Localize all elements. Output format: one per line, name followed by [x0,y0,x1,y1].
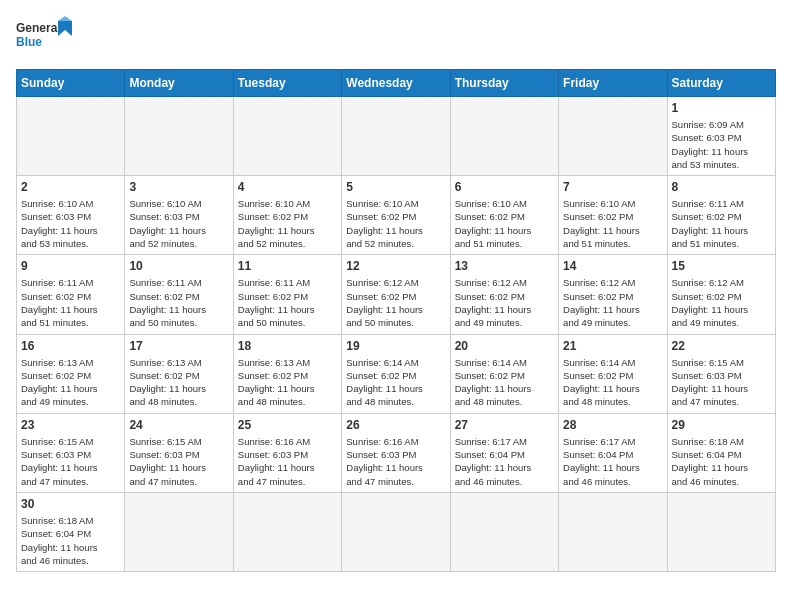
calendar-row: 23Sunrise: 6:15 AM Sunset: 6:03 PM Dayli… [17,413,776,492]
day-number: 28 [563,418,662,432]
day-number: 9 [21,259,120,273]
weekday-header-thursday: Thursday [450,70,558,97]
day-number: 11 [238,259,337,273]
logo-area: GeneralBlue [16,16,76,61]
day-info: Sunrise: 6:17 AM Sunset: 6:04 PM Dayligh… [455,435,554,488]
day-info: Sunrise: 6:17 AM Sunset: 6:04 PM Dayligh… [563,435,662,488]
day-number: 14 [563,259,662,273]
calendar-cell [559,97,667,176]
weekday-header-sunday: Sunday [17,70,125,97]
day-number: 26 [346,418,445,432]
calendar-cell [450,492,558,571]
day-info: Sunrise: 6:13 AM Sunset: 6:02 PM Dayligh… [21,356,120,409]
calendar-cell [233,492,341,571]
day-number: 19 [346,339,445,353]
calendar-cell: 29Sunrise: 6:18 AM Sunset: 6:04 PM Dayli… [667,413,775,492]
day-number: 27 [455,418,554,432]
weekday-header-row: SundayMondayTuesdayWednesdayThursdayFrid… [17,70,776,97]
svg-marker-2 [58,21,72,36]
calendar-cell: 7Sunrise: 6:10 AM Sunset: 6:02 PM Daylig… [559,176,667,255]
calendar-cell: 22Sunrise: 6:15 AM Sunset: 6:03 PM Dayli… [667,334,775,413]
calendar-cell: 25Sunrise: 6:16 AM Sunset: 6:03 PM Dayli… [233,413,341,492]
day-info: Sunrise: 6:10 AM Sunset: 6:02 PM Dayligh… [346,197,445,250]
weekday-header-wednesday: Wednesday [342,70,450,97]
calendar-cell: 8Sunrise: 6:11 AM Sunset: 6:02 PM Daylig… [667,176,775,255]
calendar-cell: 3Sunrise: 6:10 AM Sunset: 6:03 PM Daylig… [125,176,233,255]
day-number: 13 [455,259,554,273]
day-info: Sunrise: 6:15 AM Sunset: 6:03 PM Dayligh… [672,356,771,409]
svg-marker-3 [58,16,72,21]
day-info: Sunrise: 6:10 AM Sunset: 6:03 PM Dayligh… [129,197,228,250]
calendar-cell: 26Sunrise: 6:16 AM Sunset: 6:03 PM Dayli… [342,413,450,492]
calendar-cell: 4Sunrise: 6:10 AM Sunset: 6:02 PM Daylig… [233,176,341,255]
day-info: Sunrise: 6:14 AM Sunset: 6:02 PM Dayligh… [455,356,554,409]
calendar-cell [559,492,667,571]
calendar-cell: 18Sunrise: 6:13 AM Sunset: 6:02 PM Dayli… [233,334,341,413]
day-info: Sunrise: 6:18 AM Sunset: 6:04 PM Dayligh… [21,514,120,567]
svg-text:Blue: Blue [16,35,42,49]
day-number: 6 [455,180,554,194]
day-info: Sunrise: 6:14 AM Sunset: 6:02 PM Dayligh… [563,356,662,409]
day-info: Sunrise: 6:11 AM Sunset: 6:02 PM Dayligh… [672,197,771,250]
day-number: 15 [672,259,771,273]
calendar-cell: 9Sunrise: 6:11 AM Sunset: 6:02 PM Daylig… [17,255,125,334]
calendar-cell [125,97,233,176]
calendar-cell: 16Sunrise: 6:13 AM Sunset: 6:02 PM Dayli… [17,334,125,413]
calendar-cell: 30Sunrise: 6:18 AM Sunset: 6:04 PM Dayli… [17,492,125,571]
day-info: Sunrise: 6:15 AM Sunset: 6:03 PM Dayligh… [21,435,120,488]
weekday-header-friday: Friday [559,70,667,97]
day-number: 18 [238,339,337,353]
day-number: 17 [129,339,228,353]
day-info: Sunrise: 6:10 AM Sunset: 6:03 PM Dayligh… [21,197,120,250]
day-info: Sunrise: 6:11 AM Sunset: 6:02 PM Dayligh… [238,276,337,329]
day-number: 7 [563,180,662,194]
calendar-cell: 24Sunrise: 6:15 AM Sunset: 6:03 PM Dayli… [125,413,233,492]
calendar-cell [342,492,450,571]
day-info: Sunrise: 6:12 AM Sunset: 6:02 PM Dayligh… [563,276,662,329]
day-number: 29 [672,418,771,432]
day-info: Sunrise: 6:11 AM Sunset: 6:02 PM Dayligh… [129,276,228,329]
day-info: Sunrise: 6:12 AM Sunset: 6:02 PM Dayligh… [346,276,445,329]
day-number: 22 [672,339,771,353]
calendar-cell: 14Sunrise: 6:12 AM Sunset: 6:02 PM Dayli… [559,255,667,334]
day-info: Sunrise: 6:15 AM Sunset: 6:03 PM Dayligh… [129,435,228,488]
day-number: 24 [129,418,228,432]
day-info: Sunrise: 6:12 AM Sunset: 6:02 PM Dayligh… [672,276,771,329]
day-number: 4 [238,180,337,194]
calendar-cell: 27Sunrise: 6:17 AM Sunset: 6:04 PM Dayli… [450,413,558,492]
day-number: 21 [563,339,662,353]
day-number: 25 [238,418,337,432]
calendar-cell: 20Sunrise: 6:14 AM Sunset: 6:02 PM Dayli… [450,334,558,413]
calendar-cell [342,97,450,176]
day-info: Sunrise: 6:13 AM Sunset: 6:02 PM Dayligh… [129,356,228,409]
day-info: Sunrise: 6:14 AM Sunset: 6:02 PM Dayligh… [346,356,445,409]
weekday-header-monday: Monday [125,70,233,97]
calendar-row: 9Sunrise: 6:11 AM Sunset: 6:02 PM Daylig… [17,255,776,334]
calendar-cell [125,492,233,571]
calendar-cell: 17Sunrise: 6:13 AM Sunset: 6:02 PM Dayli… [125,334,233,413]
calendar-row: 1Sunrise: 6:09 AM Sunset: 6:03 PM Daylig… [17,97,776,176]
general-blue-logo: GeneralBlue [16,16,76,61]
calendar-row: 2Sunrise: 6:10 AM Sunset: 6:03 PM Daylig… [17,176,776,255]
day-number: 3 [129,180,228,194]
day-number: 5 [346,180,445,194]
page-header: GeneralBlue [16,16,776,61]
calendar-cell: 19Sunrise: 6:14 AM Sunset: 6:02 PM Dayli… [342,334,450,413]
svg-text:General: General [16,21,61,35]
calendar-cell [450,97,558,176]
calendar-cell: 10Sunrise: 6:11 AM Sunset: 6:02 PM Dayli… [125,255,233,334]
calendar-cell [233,97,341,176]
day-number: 12 [346,259,445,273]
day-info: Sunrise: 6:09 AM Sunset: 6:03 PM Dayligh… [672,118,771,171]
day-info: Sunrise: 6:10 AM Sunset: 6:02 PM Dayligh… [238,197,337,250]
day-number: 30 [21,497,120,511]
day-number: 2 [21,180,120,194]
day-info: Sunrise: 6:10 AM Sunset: 6:02 PM Dayligh… [563,197,662,250]
day-number: 20 [455,339,554,353]
calendar-row: 30Sunrise: 6:18 AM Sunset: 6:04 PM Dayli… [17,492,776,571]
day-info: Sunrise: 6:12 AM Sunset: 6:02 PM Dayligh… [455,276,554,329]
weekday-header-tuesday: Tuesday [233,70,341,97]
calendar-cell: 15Sunrise: 6:12 AM Sunset: 6:02 PM Dayli… [667,255,775,334]
day-info: Sunrise: 6:16 AM Sunset: 6:03 PM Dayligh… [238,435,337,488]
calendar-cell: 21Sunrise: 6:14 AM Sunset: 6:02 PM Dayli… [559,334,667,413]
